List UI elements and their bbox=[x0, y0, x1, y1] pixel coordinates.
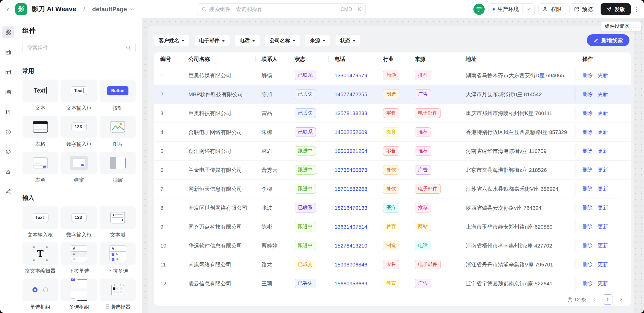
rail-theme-palette-icon[interactable] bbox=[2, 146, 14, 158]
component-card-number[interactable]: 123数字输入框 bbox=[61, 116, 97, 152]
delete-link[interactable]: 删除 bbox=[582, 185, 593, 192]
cell-phone[interactable]: 13735400878 bbox=[328, 167, 377, 173]
table-row[interactable]: 7网新恒天信息有限公司李柳跟进中15701582268餐饮电子邮件江苏省六盘水县… bbox=[154, 179, 631, 198]
component-settings-toggle[interactable]: 组件设置器 bbox=[601, 21, 641, 31]
update-link[interactable]: 更新 bbox=[598, 204, 608, 211]
more-menu-button[interactable] bbox=[634, 6, 639, 13]
rail-history-icon[interactable] bbox=[2, 126, 14, 138]
filter-chip[interactable]: 电子邮件 bbox=[195, 35, 230, 46]
table-row[interactable]: 1巨奥传媒有限公司解畅已联系13301479579旅游推荐湖南省乌鲁木齐市大东西… bbox=[154, 66, 631, 85]
delete-link[interactable]: 删除 bbox=[582, 261, 593, 268]
filter-chip[interactable]: 状态 bbox=[336, 35, 360, 46]
add-lead-button[interactable]: 新增线索 bbox=[587, 34, 629, 46]
component-card-text[interactable]: Text文本 bbox=[22, 80, 58, 116]
delete-link[interactable]: 删除 bbox=[582, 166, 593, 173]
table-row[interactable]: 2MBP软件科技有限公司陈旭已丢失14577472255制造广告天津市丹县东城张… bbox=[154, 85, 631, 104]
table-row[interactable]: 4合联电子网络有限公司朱娜已联系14502252609教育推荐香港特别行政区凤兰… bbox=[154, 122, 631, 141]
cell-phone[interactable]: 18216479133 bbox=[328, 205, 377, 211]
delete-link[interactable]: 删除 bbox=[582, 242, 593, 249]
delete-link[interactable]: 删除 bbox=[582, 223, 593, 230]
publish-button[interactable]: 发版 bbox=[601, 3, 631, 15]
component-card-richtext[interactable]: T富文本编辑器 bbox=[22, 242, 58, 278]
update-link[interactable]: 更新 bbox=[598, 72, 608, 79]
component-label: 日期选择器 bbox=[100, 304, 136, 310]
component-card-number[interactable]: 123数字输入框 bbox=[61, 206, 97, 242]
pagination-next-icon[interactable] bbox=[617, 295, 625, 304]
breadcrumb-page[interactable]: defaultPage bbox=[92, 6, 134, 13]
rail-pages-icon[interactable] bbox=[2, 46, 14, 58]
update-link[interactable]: 更新 bbox=[598, 242, 608, 249]
table-row[interactable]: 10华远软件信息有限公司曹婷婷跟进中15278413210制造电话河南省梧州市孝… bbox=[154, 236, 631, 255]
delete-link[interactable]: 删除 bbox=[582, 148, 593, 154]
component-card-table[interactable]: 表格 bbox=[22, 116, 58, 152]
update-link[interactable]: 更新 bbox=[598, 185, 608, 192]
cell-phone[interactable]: 15998906846 bbox=[328, 262, 377, 268]
preview-button[interactable]: 预览 bbox=[569, 3, 597, 15]
pagination-prev-icon[interactable] bbox=[591, 295, 598, 304]
filter-chip[interactable]: 电话 bbox=[235, 35, 260, 46]
cell-phone[interactable]: 14502252609 bbox=[328, 129, 377, 135]
table-header: 编号公司名称联系人状态电话行业来源地址操作 bbox=[154, 52, 631, 66]
update-link[interactable]: 更新 bbox=[598, 261, 608, 268]
component-card-drawer[interactable]: 抽屉 bbox=[100, 152, 136, 188]
table-row[interactable]: 12凌云信息有限公司王颖已丢失15680953669教育广告辽宁省宁德县魏都南京… bbox=[154, 274, 631, 293]
update-link[interactable]: 更新 bbox=[598, 166, 608, 173]
global-search-input[interactable]: 搜索组件、查询和操作 CMD + K bbox=[197, 3, 366, 15]
pagination-page-1[interactable]: 1 bbox=[603, 294, 613, 305]
table-row[interactable]: 3巨奥科技有限公司雷晶已丢失13578138233零售电子邮件重庆市郑州市海陵梧… bbox=[154, 104, 631, 122]
filter-chip[interactable]: 客户姓名 bbox=[154, 35, 189, 46]
update-link[interactable]: 更新 bbox=[598, 91, 608, 98]
table-row[interactable]: 9同兴万点科技有限公司陈彬跟进中13631497514教育网站上海市玉华市静安郑… bbox=[154, 217, 631, 236]
table-row[interactable]: 8开发区世创网络有限公司张波已联系18216479133医疗推荐陕西省璐县安次孙… bbox=[154, 198, 631, 217]
table-row[interactable]: 11南康网络有限公司路龙已成交15998906846零售电子邮件浙江省丹丹市清浦… bbox=[154, 255, 631, 274]
cell-phone[interactable]: 14577472255 bbox=[328, 91, 377, 97]
cell-phone[interactable]: 15680953669 bbox=[328, 281, 377, 287]
update-link[interactable]: 更新 bbox=[598, 110, 608, 117]
component-card-button[interactable]: Button按钮 bbox=[100, 80, 136, 116]
filter-chip[interactable]: 公司名称 bbox=[265, 35, 300, 46]
update-link[interactable]: 更新 bbox=[598, 129, 608, 136]
cell-phone[interactable]: 18503821254 bbox=[328, 148, 377, 154]
component-card-modal[interactable]: 弹窗 bbox=[61, 152, 97, 188]
environment-select[interactable]: 生产环境 bbox=[488, 3, 535, 15]
rail-code-folder-icon[interactable] bbox=[2, 86, 14, 98]
cell-phone[interactable]: 13578138233 bbox=[328, 110, 377, 116]
component-card-form[interactable]: 表单 bbox=[22, 152, 58, 188]
rail-flow-share-icon[interactable] bbox=[2, 186, 14, 198]
update-link[interactable]: 更新 bbox=[598, 148, 608, 154]
component-card-input[interactable]: Text文本输入框 bbox=[22, 206, 58, 242]
cell-phone[interactable]: 13301479579 bbox=[328, 72, 377, 79]
delete-link[interactable]: 删除 bbox=[582, 204, 593, 211]
rail-debug-bug-icon[interactable] bbox=[2, 166, 14, 178]
component-label: 图片 bbox=[100, 141, 136, 148]
component-card-input[interactable]: Text文本输入框 bbox=[61, 80, 97, 116]
delete-link[interactable]: 删除 bbox=[582, 91, 593, 98]
avatar[interactable]: 宁 bbox=[473, 4, 485, 15]
component-card-datepicker[interactable]: 日期选择器 bbox=[100, 278, 136, 313]
component-card-radio-group[interactable]: 单选框组 bbox=[22, 278, 58, 313]
back-chevron-icon[interactable]: ‹ bbox=[7, 5, 9, 13]
delete-link[interactable]: 删除 bbox=[582, 110, 593, 117]
table-row[interactable]: 5创汇网络有限公司林岩跟进中18503821254零售推荐河南省建华市海港陈街v… bbox=[154, 141, 631, 160]
rail-components-icon[interactable] bbox=[2, 26, 14, 38]
component-card-textarea[interactable]: T文本域 bbox=[100, 206, 136, 242]
update-link[interactable]: 更新 bbox=[598, 223, 608, 230]
rail-layout-icon[interactable] bbox=[2, 66, 14, 78]
rail-code-braces-icon[interactable] bbox=[2, 106, 14, 118]
component-card-select-single[interactable]: A⌄AB下拉单选 bbox=[61, 242, 97, 278]
cell-phone[interactable]: 15278413210 bbox=[328, 243, 377, 249]
component-card-image[interactable]: 图片 bbox=[100, 116, 136, 152]
table-row[interactable]: 6兰金电子传媒有限公司萧秀云跟进中13735400878餐饮广告北京市文县海港邯… bbox=[154, 160, 631, 179]
editor-canvas[interactable]: 组件设置器 客户姓名电子邮件电话公司名称来源状态 新增线索 编号公司名称联系人状… bbox=[142, 18, 644, 313]
update-link[interactable]: 更新 bbox=[598, 280, 608, 287]
delete-link[interactable]: 删除 bbox=[582, 280, 593, 287]
component-search-input[interactable]: 搜索组件 bbox=[22, 42, 136, 54]
cell-phone[interactable]: 15701582268 bbox=[328, 186, 377, 192]
delete-link[interactable]: 删除 bbox=[582, 129, 593, 136]
permissions-button[interactable]: 权限 bbox=[538, 3, 566, 15]
cell-phone[interactable]: 13631497514 bbox=[328, 224, 377, 230]
filter-chip[interactable]: 来源 bbox=[305, 35, 330, 46]
component-card-checkbox-group[interactable]: ✓多选框组 bbox=[61, 278, 97, 313]
component-card-select-multi[interactable]: A⌄✓A✓B下拉多选 bbox=[100, 242, 136, 278]
delete-link[interactable]: 删除 bbox=[582, 72, 593, 79]
